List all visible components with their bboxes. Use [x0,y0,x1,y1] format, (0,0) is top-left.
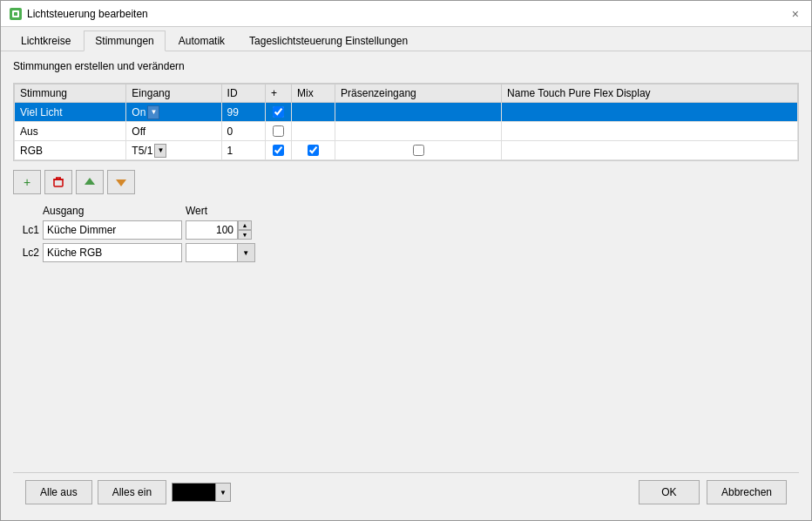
move-up-button[interactable] [76,170,104,194]
cell-name-touch [502,122,798,141]
cell-plus [266,122,292,141]
col-header-plus: + [266,85,292,103]
delete-button[interactable] [44,170,72,194]
plus-checkbox[interactable] [273,106,284,118]
cell-mix [292,122,335,141]
toolbar: + [13,170,799,194]
title-bar-left: Lichtsteuerung bearbeiten [10,8,148,20]
lc2-ausgang-input[interactable] [43,243,182,262]
cell-stimmung: RGB [15,141,126,160]
lc2-label: Lc2 [13,247,39,259]
title-bar: Lichtsteuerung bearbeiten × [1,1,811,27]
cell-mix [292,141,335,160]
wert-header: Wert [186,205,255,217]
cell-praesenz [335,103,502,122]
section-label: Stimmungen erstellen und verändern [13,60,799,72]
cell-plus [266,141,292,160]
app-icon [10,8,22,20]
tab-automatik[interactable]: Automatik [167,30,236,51]
eingang-dropdown-btn[interactable]: ▼ [154,144,166,158]
col-header-name-touch: Name Touch Pure Flex Display [502,85,798,103]
lc1-ausgang-input[interactable] [43,220,182,240]
cell-id: 0 [221,122,265,141]
stimmungen-table: Stimmung Eingang ID + Mix Präsenzeingang… [14,84,798,160]
table-row[interactable]: Aus Off 0 [15,122,798,141]
ausgang-header: Ausgang [43,205,182,217]
cell-mix [292,103,335,122]
color-swatch-container: ▼ [172,483,231,502]
cell-name-touch [502,141,798,160]
col-header-stimmung: Stimmung [15,85,126,103]
lc1-wert-spinner: ▲ ▼ [186,220,255,240]
window-title: Lichtsteuerung bearbeiten [27,8,148,20]
cell-eingang: On ▼ [126,103,221,122]
alles-ein-button[interactable]: Alles ein [98,480,166,504]
color-swatch-dropdown[interactable]: ▼ [215,483,231,502]
cell-praesenz [335,122,502,141]
tab-lichtkreise[interactable]: Lichtkreise [10,30,82,51]
tab-bar: Lichtkreise Stimmungen Automatik Tagesli… [1,27,811,51]
table-row[interactable]: Viel Licht On ▼ 99 [15,103,798,122]
tab-stimmungen[interactable]: Stimmungen [84,30,165,51]
svg-marker-8 [116,179,126,186]
add-button[interactable]: + [13,170,41,194]
lc2-color-input[interactable] [186,243,237,262]
spacer [13,269,799,465]
main-window: Lichtsteuerung bearbeiten × Lichtkreise … [0,0,812,521]
bottom-bar: Alle aus Alles ein ▼ OK Abbrechen [13,472,799,511]
col-header-id: ID [221,85,265,103]
svg-marker-7 [85,178,95,185]
lc1-wert-up[interactable]: ▲ [238,220,252,230]
plus-checkbox[interactable] [273,125,284,137]
stimmungen-table-container: Stimmung Eingang ID + Mix Präsenzeingang… [13,83,799,161]
footer-buttons: OK Abbrechen [639,480,787,504]
plus-checkbox[interactable] [273,145,284,156]
svg-rect-2 [54,179,63,186]
col-header-praesenz: Präsenzeingang [335,85,502,103]
cell-id: 1 [221,141,265,160]
tab-tageslicht[interactable]: Tageslichtsteuerung Einstellungen [238,30,419,51]
color-swatch[interactable] [172,483,215,502]
cell-stimmung: Viel Licht [15,103,126,122]
cell-stimmung: Aus [15,122,126,141]
svg-rect-1 [14,12,17,16]
cell-eingang: T5/1 ▼ [126,141,221,160]
table-row[interactable]: RGB T5/1 ▼ 1 [15,141,798,160]
lc1-wert-input[interactable] [186,220,238,240]
close-button[interactable]: × [788,7,802,21]
eingang-dropdown-btn[interactable]: ▼ [147,105,159,119]
cell-plus [266,103,292,122]
alle-aus-button[interactable]: Alle aus [25,480,92,504]
main-content: Stimmungen erstellen und verändern Stimm… [1,51,811,520]
col-header-eingang: Eingang [126,85,221,103]
lc2-color-dropdown[interactable]: ▼ [237,243,256,262]
ok-button[interactable]: OK [639,480,700,504]
cell-eingang: Off [126,122,221,141]
lc2-color-container: ▼ [186,243,255,262]
mix-checkbox[interactable] [308,145,319,156]
cell-name-touch [502,103,798,122]
lc1-wert-down[interactable]: ▼ [238,230,252,240]
col-header-mix: Mix [292,85,335,103]
praesenz-checkbox[interactable] [413,145,424,156]
cancel-button[interactable]: Abbrechen [707,480,787,504]
cell-praesenz [335,141,502,160]
move-down-button[interactable] [107,170,135,194]
lc1-label: Lc1 [13,224,39,236]
cell-id: 99 [221,103,265,122]
